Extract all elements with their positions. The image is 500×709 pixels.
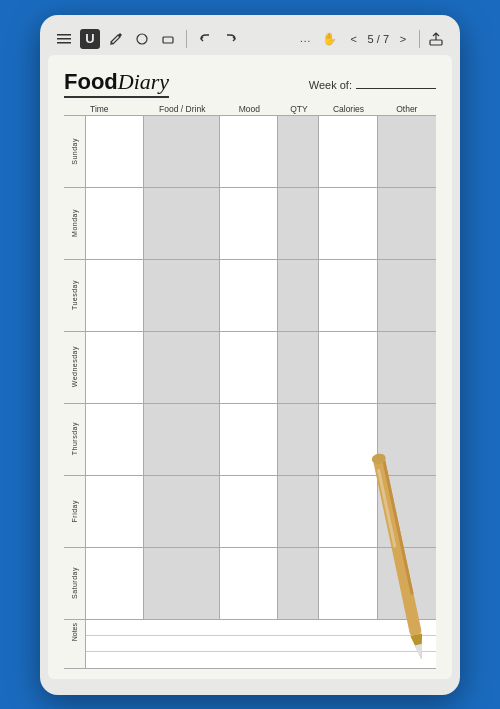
wednesday-time[interactable] <box>86 332 144 403</box>
tuesday-mood[interactable] <box>220 260 278 331</box>
table-row: Saturday <box>64 547 436 619</box>
tuesday-food[interactable] <box>144 260 220 331</box>
svg-rect-5 <box>430 40 442 45</box>
thursday-label-cell: Thursday <box>64 404 86 475</box>
col-mood: Mood <box>220 104 278 114</box>
tuesday-other[interactable] <box>378 260 436 331</box>
sunday-label-cell: Sunday <box>64 116 86 187</box>
saturday-other[interactable] <box>378 548 436 619</box>
col-time: Time <box>86 104 144 114</box>
toolbar-right: ... ✋ < 5 / 7 > <box>296 29 446 49</box>
thursday-label: Thursday <box>71 422 78 455</box>
eraser-icon[interactable] <box>158 29 178 49</box>
menu-icon[interactable] <box>54 29 74 49</box>
sunday-food[interactable] <box>144 116 220 187</box>
svg-point-3 <box>137 34 147 44</box>
wednesday-qty[interactable] <box>278 332 319 403</box>
monday-other[interactable] <box>378 188 436 259</box>
sunday-label: Sunday <box>71 138 78 165</box>
col-spacer <box>64 104 86 114</box>
friday-other[interactable] <box>378 476 436 547</box>
wednesday-other[interactable] <box>378 332 436 403</box>
wednesday-label: Wednesday <box>71 346 78 387</box>
friday-mood[interactable] <box>220 476 278 547</box>
saturday-mood[interactable] <box>220 548 278 619</box>
wednesday-food[interactable] <box>144 332 220 403</box>
document-screen: Food Diary Week of: Time Food / Drink Mo… <box>48 55 452 679</box>
monday-food[interactable] <box>144 188 220 259</box>
thursday-mood[interactable] <box>220 404 278 475</box>
svg-rect-2 <box>57 42 71 44</box>
week-of: Week of: <box>309 75 436 91</box>
friday-time[interactable] <box>86 476 144 547</box>
nav-right-icon[interactable]: > <box>393 29 413 49</box>
wednesday-calories[interactable] <box>319 332 377 403</box>
thursday-other[interactable] <box>378 404 436 475</box>
col-other: Other <box>378 104 436 114</box>
table-row: Tuesday <box>64 259 436 331</box>
sunday-time[interactable] <box>86 116 144 187</box>
undo-icon[interactable] <box>195 29 215 49</box>
tuesday-label: Tuesday <box>71 280 78 310</box>
bottom-bar <box>48 679 452 687</box>
col-calories: Calories <box>319 104 377 114</box>
saturday-food[interactable] <box>144 548 220 619</box>
redo-icon[interactable] <box>221 29 241 49</box>
svg-rect-0 <box>57 34 71 36</box>
monday-qty[interactable] <box>278 188 319 259</box>
saturday-qty[interactable] <box>278 548 319 619</box>
notes-line-3 <box>86 652 436 667</box>
friday-calories[interactable] <box>319 476 377 547</box>
table-row: Sunday <box>64 115 436 187</box>
thursday-qty[interactable] <box>278 404 319 475</box>
friday-food[interactable] <box>144 476 220 547</box>
tuesday-label-cell: Tuesday <box>64 260 86 331</box>
tuesday-time[interactable] <box>86 260 144 331</box>
thursday-time[interactable] <box>86 404 144 475</box>
table-row: Friday <box>64 475 436 547</box>
friday-qty[interactable] <box>278 476 319 547</box>
friday-label: Friday <box>71 500 78 522</box>
wednesday-mood[interactable] <box>220 332 278 403</box>
nav-left-icon[interactable]: < <box>344 29 364 49</box>
title-food: Food <box>64 69 118 95</box>
underline-icon[interactable]: U <box>80 29 100 49</box>
sunday-other[interactable] <box>378 116 436 187</box>
table-row: Thursday <box>64 403 436 475</box>
col-food: Food / Drink <box>144 104 220 114</box>
thursday-calories[interactable] <box>319 404 377 475</box>
monday-mood[interactable] <box>220 188 278 259</box>
svg-rect-1 <box>57 38 71 40</box>
notes-label-cell: Notes <box>64 620 86 668</box>
food-diary-table: Time Food / Drink Mood QTY Calories Othe… <box>64 104 436 669</box>
hand-tool-icon[interactable]: ✋ <box>320 29 340 49</box>
wednesday-label-cell: Wednesday <box>64 332 86 403</box>
tuesday-qty[interactable] <box>278 260 319 331</box>
saturday-label-cell: Saturday <box>64 548 86 619</box>
week-of-label: Week of: <box>309 79 352 91</box>
saturday-time[interactable] <box>86 548 144 619</box>
sunday-mood[interactable] <box>220 116 278 187</box>
table-row: Monday <box>64 187 436 259</box>
notes-section: Notes <box>64 619 436 669</box>
monday-label: Monday <box>71 209 78 237</box>
sunday-calories[interactable] <box>319 116 377 187</box>
saturday-calories[interactable] <box>319 548 377 619</box>
more-icon[interactable]: ... <box>296 29 316 49</box>
monday-calories[interactable] <box>319 188 377 259</box>
monday-label-cell: Monday <box>64 188 86 259</box>
notes-line-2 <box>86 636 436 652</box>
separator <box>186 30 187 48</box>
svg-rect-4 <box>163 37 173 43</box>
pencil-icon[interactable] <box>106 29 126 49</box>
title-diary: Diary <box>118 69 169 95</box>
notes-content[interactable] <box>86 620 436 668</box>
thursday-food[interactable] <box>144 404 220 475</box>
column-headers: Time Food / Drink Mood QTY Calories Othe… <box>64 104 436 114</box>
shapes-icon[interactable] <box>132 29 152 49</box>
tuesday-calories[interactable] <box>319 260 377 331</box>
monday-time[interactable] <box>86 188 144 259</box>
friday-label-cell: Friday <box>64 476 86 547</box>
sunday-qty[interactable] <box>278 116 319 187</box>
export-icon[interactable] <box>426 29 446 49</box>
